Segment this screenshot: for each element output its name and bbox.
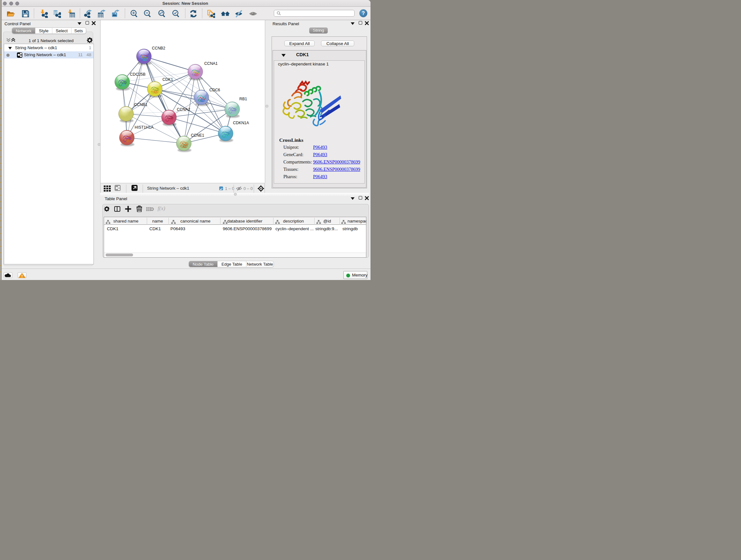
svg-text:RB1: RB1 xyxy=(239,97,247,101)
svg-text:CDKN1A: CDKN1A xyxy=(233,121,249,125)
svg-text:CCNB2: CCNB2 xyxy=(152,46,165,51)
svg-text:CCNE1: CCNE1 xyxy=(191,133,204,138)
svg-text:CCNA2: CCNA2 xyxy=(177,107,190,112)
svg-text:HIST1H1A: HIST1H1A xyxy=(135,125,154,130)
svg-text:CDK1: CDK1 xyxy=(162,77,173,82)
svg-text:CDC6: CDC6 xyxy=(209,88,220,92)
svg-text:CDC25B: CDC25B xyxy=(130,72,145,77)
svg-text:CCNA1: CCNA1 xyxy=(204,61,218,66)
svg-text:CCNB1: CCNB1 xyxy=(134,103,147,107)
